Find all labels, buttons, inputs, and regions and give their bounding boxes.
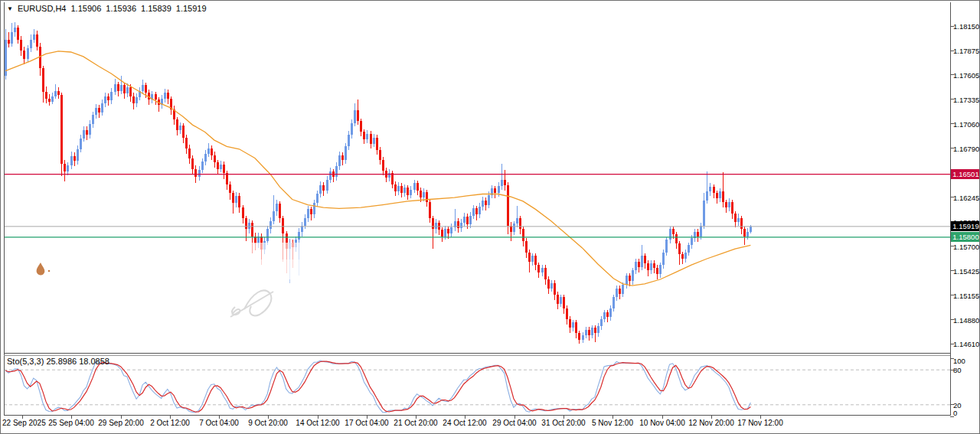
ohlc-low: 1.15839 xyxy=(141,4,172,13)
price-tick-label: 1.15155 xyxy=(953,292,980,300)
ohlc-close: 1.15919 xyxy=(176,4,207,13)
price-tick-label: 1.14880 xyxy=(953,316,980,325)
price-chart-canvas[interactable] xyxy=(1,1,980,434)
chart-header: ▼ EURUSD,H4 1.159061.159361.158391.15919 xyxy=(7,4,207,13)
date-tick-label: 29 Sep 20:00 xyxy=(96,419,145,427)
price-tick-label: 1.17605 xyxy=(953,71,980,80)
price-tick-label: 1.16245 xyxy=(953,194,980,202)
date-tick-label: 24 Oct 12:00 xyxy=(440,419,489,427)
date-tick-label: 17 Oct 04:00 xyxy=(342,419,391,427)
price-tick-label: 1.18150 xyxy=(953,22,980,31)
date-tick-label: 9 Oct 20:00 xyxy=(243,419,292,427)
stochastic-signal-value: 18.0858 xyxy=(79,357,109,366)
date-tick-label: 21 Oct 20:00 xyxy=(391,419,440,427)
date-tick-label: 5 Nov 12:00 xyxy=(588,419,637,427)
price-badge: 1.15800 xyxy=(951,232,980,242)
chevron-down-icon[interactable]: ▼ xyxy=(7,5,13,13)
date-tick-label: 31 Oct 20:00 xyxy=(539,419,588,427)
stochastic-label: Sto(5,3,3) 25.8986 18.0858 xyxy=(7,357,109,366)
price-badge: 1.16501 xyxy=(951,169,980,179)
price-tick-label: 1.17335 xyxy=(953,96,980,104)
sto-tick-label: 80 xyxy=(953,366,976,374)
ohlc-open: 1.15906 xyxy=(71,4,102,13)
price-badge: 1.15919 xyxy=(951,221,980,231)
date-tick-label: 17 Nov 12:00 xyxy=(736,419,785,427)
stochastic-name: Sto(5,3,3) xyxy=(7,357,44,366)
date-tick-label: 7 Oct 04:00 xyxy=(194,419,243,427)
candlestick-series xyxy=(5,22,752,344)
sto-tick-label: 0 xyxy=(953,409,976,417)
price-tick-label: 1.14610 xyxy=(953,340,980,348)
ohlc-high: 1.15936 xyxy=(106,4,136,13)
stochastic-pane[interactable] xyxy=(4,361,950,413)
date-tick-label: 22 Sep 2025 xyxy=(2,419,46,427)
price-tick-label: 1.17875 xyxy=(953,47,980,55)
date-tick-label: 10 Nov 04:00 xyxy=(638,419,687,427)
price-tick-label: 1.17060 xyxy=(953,120,980,129)
main-pane[interactable] xyxy=(4,22,950,344)
chart-window: ▼ EURUSD,H4 1.159061.159361.158391.15919… xyxy=(0,0,980,434)
price-tick-label: 1.16790 xyxy=(953,145,980,153)
date-tick-label: 14 Oct 12:00 xyxy=(293,419,342,427)
stochastic-main-value: 25.8986 xyxy=(46,357,77,366)
flame-watermark-icon xyxy=(37,263,51,276)
price-tick-label: 1.15425 xyxy=(953,267,980,276)
date-tick-label: 25 Sep 04:00 xyxy=(47,419,96,427)
date-tick-label: 29 Oct 04:00 xyxy=(490,419,539,427)
price-tick-label: 1.15700 xyxy=(953,243,980,251)
sto-tick-label: 100 xyxy=(953,357,976,365)
symbol-period-label: EURUSD,H4 xyxy=(18,4,67,13)
date-tick-label: 12 Nov 20:00 xyxy=(687,419,736,427)
date-tick-label: 2 Oct 12:00 xyxy=(145,419,194,427)
